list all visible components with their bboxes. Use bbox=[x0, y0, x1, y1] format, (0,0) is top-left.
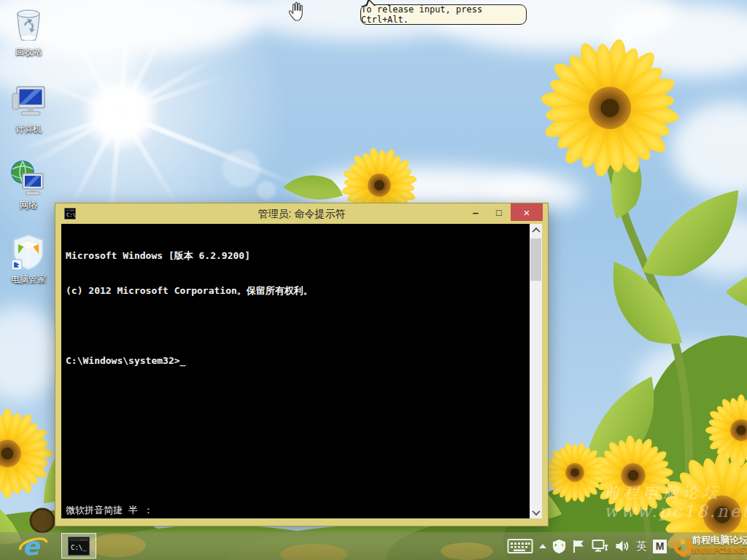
text-cursor: _ bbox=[180, 355, 186, 367]
pc-manager-icon bbox=[10, 233, 47, 271]
ime-language-indicator[interactable]: 英 bbox=[636, 540, 647, 553]
desktop-icon-recycle-bin[interactable]: 回收站 bbox=[0, 6, 57, 58]
desktop-icon-label: 计算机 bbox=[15, 123, 42, 136]
pc-manager-tray-icon[interactable] bbox=[552, 540, 566, 553]
taskbar: e ···C:\_ bbox=[0, 532, 747, 560]
console-line: Microsoft Windows [版本 6.2.9200] bbox=[66, 250, 530, 262]
ime-status-bar: 微软拼音简捷 半 ： bbox=[66, 504, 153, 517]
chevron-up-icon bbox=[539, 544, 546, 548]
scrollbar-thumb[interactable] bbox=[530, 238, 541, 281]
volume-tray-icon[interactable] bbox=[615, 539, 630, 553]
touch-keyboard-icon[interactable] bbox=[507, 538, 533, 554]
computer-icon bbox=[10, 83, 47, 121]
system-tray: 英 M 前程电脑论坛 WWW.PC18.NET bbox=[507, 532, 746, 560]
desktop-icon-computer[interactable]: 计算机 bbox=[0, 83, 57, 136]
action-center-flag-icon[interactable] bbox=[572, 539, 586, 553]
scrollbar-up-icon[interactable] bbox=[530, 224, 542, 236]
internet-explorer-icon: e bbox=[18, 533, 48, 559]
svg-text:e: e bbox=[23, 533, 41, 559]
vm-release-tooltip-text: To release input, press Ctrl+Alt. bbox=[361, 4, 526, 25]
vm-release-tooltip: To release input, press Ctrl+Alt. bbox=[360, 4, 527, 25]
desktop-icon-network[interactable]: 网络 bbox=[0, 159, 57, 211]
desktop-icon-label: 网络 bbox=[20, 199, 37, 211]
cmd-taskbar-icon: ···C:\_ bbox=[68, 537, 90, 556]
desktop-icon-label: 电脑管家 bbox=[11, 273, 46, 286]
taskbar-cmd-button[interactable]: ···C:\_ bbox=[61, 533, 96, 559]
cmd-titlebar[interactable]: ···C:\ 管理员: 命令提示符 – □ × bbox=[55, 203, 548, 224]
forum-watermark-line2: WWW.PC18.NET bbox=[692, 545, 747, 556]
console-area: Microsoft Windows [版本 6.2.9200] (c) 2012… bbox=[61, 224, 542, 518]
forum-watermark-line1: 前程电脑论坛 bbox=[692, 534, 747, 545]
console-prompt: C:\Windows\system32> bbox=[66, 355, 180, 366]
hand-cursor-icon bbox=[286, 0, 305, 25]
console-text[interactable]: Microsoft Windows [版本 6.2.9200] (c) 2012… bbox=[61, 224, 530, 518]
close-button[interactable]: × bbox=[511, 203, 543, 221]
console-line: (c) 2012 Microsoft Corporation。保留所有权利。 bbox=[66, 285, 530, 297]
taskbar-ie-button[interactable]: e bbox=[15, 533, 51, 559]
ime-mode-indicator[interactable]: M bbox=[653, 540, 667, 553]
network-tray-icon[interactable] bbox=[592, 539, 609, 553]
minimize-button[interactable]: – bbox=[464, 203, 487, 221]
console-scrollbar[interactable] bbox=[530, 224, 542, 518]
desktop-icon-label: 回收站 bbox=[15, 46, 42, 58]
recycle-bin-icon bbox=[12, 6, 44, 44]
desktop-icon-pc-manager[interactable]: 电脑管家 bbox=[0, 233, 57, 286]
show-hidden-icons-button[interactable] bbox=[539, 544, 546, 548]
desktop-screen: 前程电脑论坛 www.pc18.net 回收站 bbox=[0, 0, 747, 560]
forum-watermark: 前程电脑论坛 WWW.PC18.NET bbox=[673, 532, 746, 560]
console-line bbox=[66, 320, 530, 332]
window-controls: – □ × bbox=[464, 203, 543, 221]
console-prompt-line: C:\Windows\system32>_ bbox=[66, 355, 530, 367]
network-icon bbox=[9, 159, 47, 197]
maximize-button[interactable]: □ bbox=[487, 203, 511, 221]
tooltip-tail bbox=[367, 1, 375, 7]
cmd-window: ···C:\ 管理员: 命令提示符 – □ × Microsoft Window… bbox=[55, 203, 549, 526]
scrollbar-down-icon[interactable] bbox=[530, 506, 542, 518]
